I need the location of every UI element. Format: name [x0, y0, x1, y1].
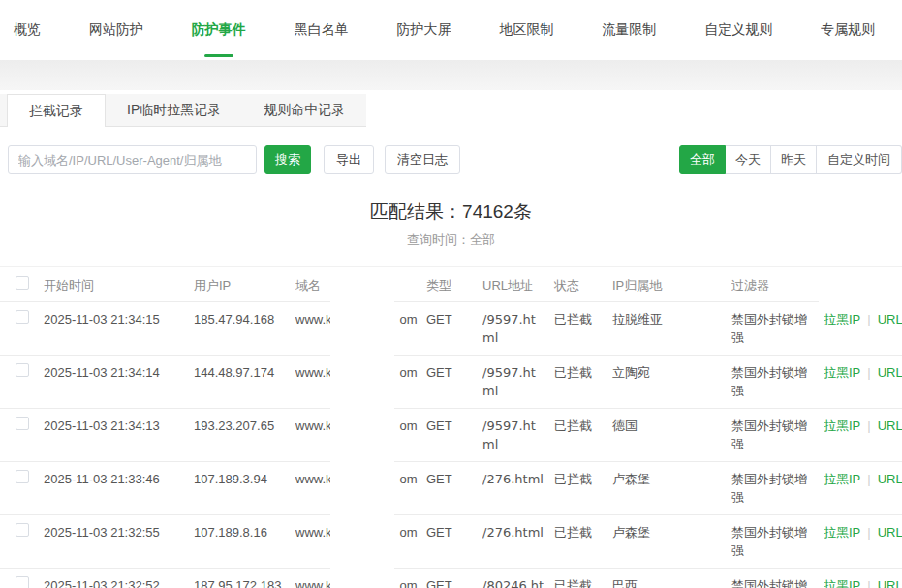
cell-filter: 禁国外封锁增强	[727, 409, 819, 462]
blacklist-ip-link[interactable]: 拉黑IP	[824, 312, 860, 326]
cell-method: GET	[421, 515, 478, 569]
url-blacklist-link[interactable]: URL	[878, 578, 902, 588]
domain-suffix: om	[400, 578, 418, 588]
cell-url: /9597.html	[478, 302, 549, 356]
nav-item[interactable]: 自定义规则	[704, 0, 772, 60]
table-row: 2025-11-03 21:34:13 193.23.207.65 www.ko…	[0, 409, 902, 462]
column-header: IP归属地	[607, 267, 727, 302]
nav-item-label: 防护事件	[192, 21, 246, 39]
domain-prefix: www.k	[295, 472, 332, 486]
cell-method: GET	[421, 356, 478, 409]
url-blacklist-link[interactable]: URL	[878, 312, 902, 326]
cell-method: GET	[421, 409, 478, 462]
time-filter-button[interactable]: 全部	[679, 145, 726, 174]
top-nav: 概览 网站防护 防护事件 黑白名单 防护大屏 地区限制 流量限制 自定义规则 专…	[0, 0, 902, 60]
tab-2[interactable]: IP临时拉黑记录	[106, 94, 242, 126]
page: { "colors":{"accent":"#23a746"}, "nav":{…	[0, 0, 902, 588]
table-row: 2025-11-03 21:32:52 187.95.172.183 www.k…	[0, 569, 902, 588]
cell-user-ip: 185.47.94.168	[189, 302, 291, 356]
export-button[interactable]: 导出	[324, 145, 374, 174]
domain-suffix: om	[400, 312, 418, 326]
cell-url: /80246.html	[478, 569, 549, 588]
table-row: 2025-11-03 21:32:55 107.189.8.16 www.kom…	[0, 515, 902, 569]
cell-ip-location: 立陶宛	[607, 356, 727, 409]
time-filter-button[interactable]: 自定义时间	[817, 145, 902, 174]
match-result-title: 匹配结果：74162条	[0, 200, 902, 225]
cell-method: GET	[421, 462, 478, 515]
blacklist-ip-link[interactable]: 拉黑IP	[824, 578, 860, 588]
row-checkbox[interactable]	[16, 363, 29, 377]
blacklist-ip-link[interactable]: 拉黑IP	[824, 365, 860, 380]
table-row: 2025-11-03 21:33:46 107.189.3.94 www.kom…	[0, 462, 902, 515]
column-header: 开始时间	[39, 267, 189, 302]
nav-item[interactable]: 黑白名单	[295, 0, 349, 60]
time-filter-button[interactable]: 昨天	[771, 145, 817, 174]
cell-start-time: 2025-11-03 21:34:14	[39, 356, 189, 409]
action-separator: |	[867, 312, 870, 326]
cell-actions: 拉黑IP|URL	[819, 462, 902, 515]
select-all-checkbox[interactable]	[16, 276, 29, 290]
cell-filter: 禁国外封锁增强	[727, 302, 819, 356]
tab-3[interactable]: 规则命中记录	[242, 94, 366, 126]
cell-status: 已拦截	[549, 515, 607, 569]
time-filter-button[interactable]: 今天	[726, 145, 771, 174]
nav-item[interactable]: 防护事件	[192, 0, 246, 60]
cell-start-time: 2025-11-03 21:33:46	[39, 462, 189, 515]
tab-1[interactable]: 拦截记录	[7, 94, 106, 127]
blacklist-ip-link[interactable]: 拉黑IP	[824, 472, 860, 486]
cell-actions: 拉黑IP|URL	[819, 356, 902, 409]
clear-log-button[interactable]: 清空日志	[385, 145, 460, 174]
cell-actions: 拉黑IP|URL	[819, 409, 902, 462]
url-blacklist-link[interactable]: URL	[878, 472, 902, 486]
cell-start-time: 2025-11-03 21:32:52	[39, 569, 189, 588]
search-input[interactable]	[8, 145, 257, 174]
nav-item[interactable]: 专属规则	[821, 0, 875, 60]
nav-item-label: 黑白名单	[295, 21, 349, 39]
domain-prefix: www.k	[295, 525, 332, 540]
cell-user-ip: 107.189.8.16	[189, 515, 291, 569]
nav-item[interactable]: 地区限制	[499, 0, 553, 60]
row-checkbox[interactable]	[16, 310, 29, 324]
domain-suffix: om	[400, 525, 418, 540]
cell-actions: 拉黑IP|URL	[819, 515, 902, 569]
cell-url: /276.html	[478, 462, 549, 515]
search-button[interactable]: 搜索	[264, 145, 311, 174]
action-separator: |	[867, 472, 870, 486]
cell-filter: 禁国外封锁增强	[727, 515, 819, 569]
cell-start-time: 2025-11-03 21:34:13	[39, 409, 189, 462]
column-header: 状态	[549, 267, 607, 302]
nav-item-label: 防护大屏	[397, 21, 451, 39]
cell-ip-location: 巴西	[607, 569, 727, 588]
result-summary: 匹配结果：74162条 查询时间：全部	[0, 200, 902, 249]
url-blacklist-link[interactable]: URL	[878, 365, 902, 380]
nav-item[interactable]: 概览	[14, 0, 41, 60]
row-checkbox[interactable]	[16, 576, 29, 588]
cell-method: GET	[421, 569, 478, 588]
url-blacklist-link[interactable]: URL	[878, 418, 902, 433]
table-row: 2025-11-03 21:34:15 185.47.94.168 www.ko…	[0, 302, 902, 356]
domain-prefix: www.k	[295, 578, 332, 588]
cell-filter: 禁国外封锁增强	[727, 356, 819, 409]
cell-filter: 禁国外封锁增强	[727, 462, 819, 515]
cell-ip-location: 德国	[607, 409, 727, 462]
row-checkbox[interactable]	[16, 523, 29, 537]
column-header: 过滤器	[727, 267, 819, 302]
tab-bar: 拦截记录 IP临时拉黑记录 规则命中记录	[0, 94, 366, 127]
blacklist-ip-link[interactable]: 拉黑IP	[824, 525, 860, 540]
url-blacklist-link[interactable]: URL	[878, 525, 902, 540]
column-header: 类型	[421, 267, 478, 302]
cell-user-ip: 144.48.97.174	[189, 356, 291, 409]
blacklist-ip-link[interactable]: 拉黑IP	[824, 418, 860, 433]
records-table-wrap: 开始时间 用户IP 域名 类型 URL地址 状态 IP归属地 过滤器 2025-…	[0, 266, 902, 588]
cell-user-ip: 193.23.207.65	[189, 409, 291, 462]
cell-status: 已拦截	[549, 462, 607, 515]
nav-item[interactable]: 防护大屏	[397, 0, 451, 60]
cell-actions: 拉黑IP|URL	[819, 569, 902, 588]
row-checkbox[interactable]	[16, 417, 29, 430]
nav-item-label: 自定义规则	[704, 21, 772, 39]
nav-item[interactable]: 网站防护	[89, 0, 143, 60]
column-header: 域名	[291, 267, 421, 302]
nav-item[interactable]: 流量限制	[602, 0, 656, 60]
table-body: 2025-11-03 21:34:15 185.47.94.168 www.ko…	[0, 302, 902, 588]
row-checkbox[interactable]	[16, 470, 29, 483]
